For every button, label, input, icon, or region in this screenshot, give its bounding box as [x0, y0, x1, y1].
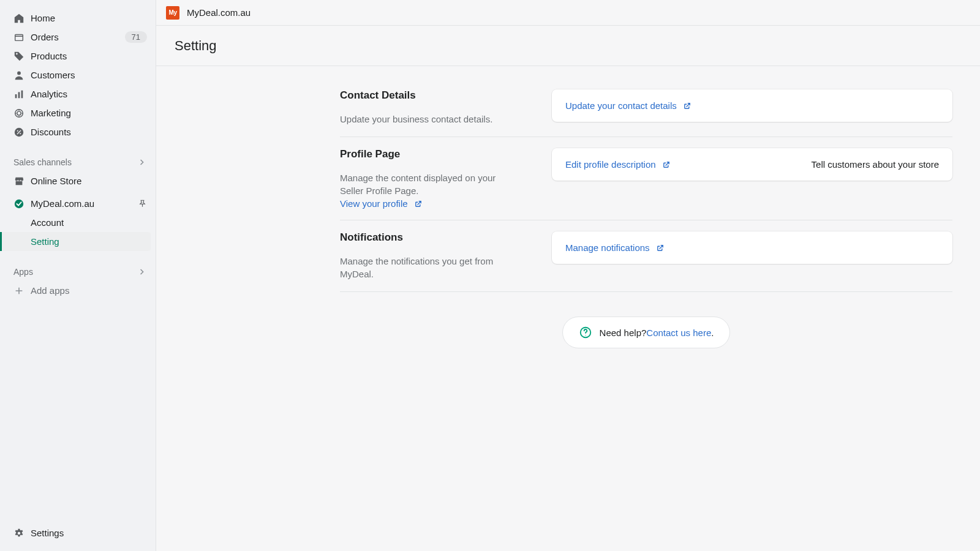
sidebar-item-analytics[interactable]: Analytics [0, 84, 156, 103]
help-suffix: . [711, 328, 714, 338]
sidebar-item-label: Account [31, 217, 64, 228]
notifications-card: Manage notifications [552, 231, 952, 264]
profile-card: Edit profile description Tell customers … [552, 148, 952, 181]
svg-point-1 [17, 71, 21, 75]
apps-header: Apps [0, 262, 156, 281]
sidebar-item-label: Home [31, 13, 55, 23]
page-title-bar: Setting [156, 26, 980, 66]
section-title: Contact Details [340, 89, 511, 102]
svg-rect-0 [15, 34, 23, 40]
discount-icon [13, 127, 24, 138]
svg-point-10 [15, 199, 23, 208]
sidebar-item-label: Add apps [31, 285, 69, 296]
external-link-icon [414, 200, 423, 208]
apps-label: Apps [13, 267, 33, 277]
sidebar-item-label: Settings [31, 528, 64, 538]
help-prefix: Need help? [600, 328, 647, 338]
section-desc: Update your business contact details. [340, 113, 511, 126]
app-header: My MyDeal.com.au [156, 0, 980, 26]
link-label: View your profile [340, 198, 408, 209]
section-desc: Manage the content displayed on your Sel… [340, 171, 511, 197]
section-title: Profile Page [340, 148, 511, 160]
sidebar-item-label: Marketing [31, 108, 71, 118]
section-desc: Manage the notifications you get from My… [340, 255, 511, 280]
chevron-right-icon[interactable] [137, 267, 147, 277]
svg-point-5 [15, 109, 23, 117]
help-icon [579, 326, 592, 339]
tag-icon [13, 51, 24, 62]
contact-us-link[interactable]: Contact us here [646, 328, 711, 338]
person-icon [13, 70, 24, 81]
target-icon [13, 108, 24, 119]
svg-rect-3 [18, 92, 20, 98]
update-contact-link[interactable]: Update your contact details [565, 100, 692, 111]
svg-point-9 [20, 133, 21, 134]
link-label: Update your contact details [565, 100, 677, 111]
manage-notifications-link[interactable]: Manage notifications [565, 242, 665, 253]
mydeal-logo-icon: My [166, 6, 179, 20]
sidebar-item-label: Analytics [31, 89, 67, 99]
sales-channels-header: Sales channels [0, 152, 156, 171]
sidebar-item-label: Setting [31, 236, 59, 247]
svg-rect-4 [21, 90, 23, 98]
sidebar-item-account[interactable]: Account [0, 213, 156, 232]
external-link-icon [656, 244, 665, 252]
app-header-title: MyDeal.com.au [187, 7, 251, 18]
svg-rect-2 [15, 94, 17, 98]
store-icon [13, 176, 24, 187]
orders-badge: 71 [125, 31, 147, 43]
section-notifications: Notifications Manage the notifications y… [340, 220, 952, 292]
pin-icon[interactable] [138, 199, 147, 208]
external-link-icon [662, 160, 671, 169]
sidebar-item-setting[interactable]: Setting [0, 232, 151, 251]
edit-profile-description-link[interactable]: Edit profile description [565, 159, 671, 170]
sidebar-item-mydeal[interactable]: MyDeal.com.au [0, 194, 156, 213]
svg-point-6 [17, 111, 21, 114]
plus-icon [13, 285, 24, 296]
sidebar-item-customers[interactable]: Customers [0, 66, 156, 84]
sidebar-item-discounts[interactable]: Discounts [0, 122, 156, 141]
section-title: Notifications [340, 231, 511, 244]
sidebar-item-label: Products [31, 51, 67, 61]
link-label: Edit profile description [565, 159, 656, 170]
analytics-icon [13, 89, 24, 100]
view-profile-link[interactable]: View your profile [340, 198, 423, 209]
svg-point-12 [585, 335, 586, 335]
sidebar-item-label: Orders [31, 32, 59, 42]
content: Contact Details Update your business con… [156, 66, 980, 551]
sidebar-item-label: MyDeal.com.au [31, 198, 94, 209]
sidebar-spacer [0, 300, 156, 523]
link-label: Manage notifications [565, 242, 650, 253]
primary-nav: Home Orders 71 Products Customers [0, 9, 156, 300]
section-profile-page: Profile Page Manage the content displaye… [340, 137, 952, 220]
help-box: Need help? Contact us here . [562, 317, 731, 348]
sidebar-item-orders[interactable]: Orders 71 [0, 28, 156, 47]
sidebar-item-products[interactable]: Products [0, 47, 156, 66]
mydeal-app-icon [13, 198, 24, 209]
sidebar-item-label: Online Store [31, 176, 81, 186]
sidebar: Home Orders 71 Products Customers [0, 0, 156, 551]
sidebar-item-label: Customers [31, 70, 75, 80]
page-title: Setting [175, 38, 217, 54]
external-link-icon [683, 102, 692, 110]
gear-icon [13, 528, 24, 539]
main: My MyDeal.com.au Setting Contact Details… [156, 0, 980, 551]
sidebar-item-home[interactable]: Home [0, 9, 156, 28]
sales-channels-label: Sales channels [13, 157, 72, 167]
profile-card-text: Tell customers about your store [787, 159, 939, 170]
home-icon [13, 13, 24, 24]
sidebar-item-settings[interactable]: Settings [0, 523, 156, 542]
contact-card: Update your contact details [552, 89, 952, 122]
chevron-right-icon[interactable] [137, 157, 147, 167]
sidebar-item-online-store[interactable]: Online Store [0, 171, 156, 190]
section-contact-details: Contact Details Update your business con… [340, 78, 952, 137]
sidebar-item-label: Discounts [31, 127, 71, 137]
sidebar-item-marketing[interactable]: Marketing [0, 103, 156, 122]
sidebar-item-add-apps[interactable]: Add apps [0, 281, 156, 300]
svg-point-8 [17, 130, 18, 131]
orders-icon [13, 32, 24, 43]
